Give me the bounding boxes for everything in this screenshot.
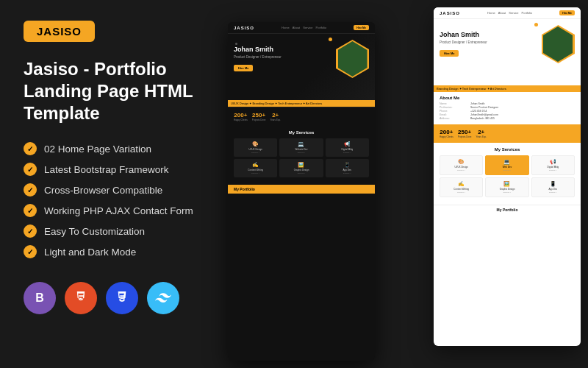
light-about-section: About Me Name: Johan Smith Profession: S… [434, 92, 581, 124]
dark-service-web: 💻 Website Dev Explore + [279, 138, 323, 157]
dark-service-marketing: 📢 Digital Mktg Explore + [326, 138, 369, 157]
dark-services-grid: 🎨 UI/UX Design Explore + 💻 Website Dev E… [234, 138, 369, 177]
light-stats-row: 200+ Happy Clients 250+ Projects Done 2+… [434, 124, 581, 143]
check-icon: ✓ [24, 245, 37, 258]
light-stat-clients: 200+ Happy Clients [440, 129, 453, 138]
light-service-web: 💻 Web Dev Explore + [485, 155, 528, 175]
light-hire-btn-nav[interactable]: Hire Me [559, 10, 575, 15]
dark-stat-clients: 200+ Happy Clients [234, 112, 248, 121]
left-panel: JASISO Jasiso - Portfolio Landing Page H… [0, 0, 228, 368]
light-service-app: 📱 App Dev Explore + [531, 177, 575, 197]
light-service-writing: ✍️ Content Writing Explore + [440, 177, 483, 197]
light-portfolio-bar: My Portfolio [434, 205, 581, 214]
dark-hire-btn[interactable]: Hire Me [354, 25, 369, 30]
dark-services: My Services 🎨 UI/UX Design Explore + 💻 W… [228, 126, 375, 182]
light-mode-screenshot: JASISO Home About Service Portfolio Hire… [434, 7, 581, 346]
check-icon: ✓ [24, 224, 37, 238]
light-hire-btn-hero[interactable]: Hire Me [440, 50, 459, 57]
dark-stats-row: 200+ Happy Clients 250+ Projects Done 2+… [228, 107, 375, 126]
tech-icons: B [24, 282, 204, 314]
dark-stat-projects: 250+ Projects Done [252, 112, 266, 121]
feature-item: ✓Light and Dark Mode [24, 245, 204, 258]
feature-item: ✓02 Home Page Variation [24, 142, 204, 155]
check-icon: ✓ [24, 142, 37, 155]
bootstrap-icon: B [24, 282, 56, 314]
dark-hero: Johan Smith Product Designer / Entrepren… [228, 34, 375, 100]
light-about-title: About Me [440, 96, 575, 100]
light-nav-links: Home About Service Portfolio [487, 11, 532, 15]
screenshots: JASISO Home About Service Portfolio Hire… [228, 7, 581, 361]
light-navbar: JASISO Home About Service Portfolio Hire… [434, 7, 581, 19]
brand-badge: JASISO [24, 21, 95, 42]
tailwind-icon [147, 282, 179, 314]
page-title: Jasiso - Portfolio Landing Page HTML Tem… [24, 58, 204, 124]
dark-portfolio-title: My Portfolio [234, 187, 255, 191]
light-service-marketing: 📢 Digital Mktg Explore + [531, 155, 575, 175]
light-info-name: Name: Johan Smith [440, 102, 575, 105]
dark-portfolio-bar: My Portfolio [228, 185, 375, 194]
dark-avatar-inner [338, 41, 368, 77]
check-icon: ✓ [24, 204, 37, 217]
feature-item: ✓Cross-Browser Compatible [24, 183, 204, 197]
light-service-uiux: 🎨 UI/UX Design Explore + [440, 155, 483, 175]
light-stat-years: 2+ Years Exp. [476, 129, 487, 138]
dark-nav-links: Home About Service Portfolio [282, 26, 326, 29]
dark-navbar: JASISO Home About Service Portfolio Hire… [228, 22, 375, 34]
dark-ticker: UI/UX Design ✦ Branding Design ✦ Tech En… [228, 100, 375, 107]
light-stat-projects: 250+ Projects Done [458, 129, 472, 138]
feature-list: ✓02 Home Page Variation✓Latest Bootstrap… [24, 142, 204, 258]
feature-item: ✓Easy To Customization [24, 224, 204, 238]
dark-service-graphic: 🖼️ Graphic Design Explore + [279, 159, 323, 177]
dark-service-app: 📱 App Dev Explore + [326, 159, 369, 177]
light-nav-brand: JASISO [440, 11, 460, 15]
dark-mode-screenshot: JASISO Home About Service Portfolio Hire… [228, 22, 375, 361]
check-icon: ✓ [24, 183, 37, 197]
light-info-email: Email: JohanSmith@gmail.com [440, 113, 575, 116]
light-info-address: Address: Bangladesh. MG 455 [440, 117, 575, 120]
feature-item: ✓Latest Bootstrap Framework [24, 163, 204, 176]
light-info-profession: Profession: Senior Product Designer [440, 106, 575, 109]
feature-item: ✓Working PHP AJAX Contact Form [24, 204, 204, 217]
dark-stat-years: 2+ Years Exp. [270, 112, 281, 121]
light-decor-dot [534, 23, 538, 26]
light-portfolio-title: My Portfolio [497, 208, 518, 212]
html5-icon [65, 282, 97, 314]
light-services-grid: 🎨 UI/UX Design Explore + 💻 Web Dev Explo… [440, 155, 575, 197]
light-hero: Johan Smith Product Designer / Entrepren… [434, 19, 581, 85]
light-info-phone: Phone: +123 456 0 54 [440, 110, 575, 113]
dark-services-title: My Services [234, 130, 369, 135]
decor-dot-1 [329, 38, 332, 41]
dark-service-writing: ✍️ Content Writing Explore + [234, 159, 277, 177]
light-service-graphic: 🖼️ Graphic Design Explore + [485, 177, 528, 197]
dark-service-uiux: 🎨 UI/UX Design Explore + [234, 138, 277, 157]
check-icon: ✓ [24, 163, 37, 176]
light-services: My Services 🎨 UI/UX Design Explore + 💻 W… [434, 143, 581, 202]
dark-hire-btn-hero[interactable]: Hire Me [234, 65, 253, 71]
right-panel: JASISO Home About Service Portfolio Hire… [228, 0, 588, 368]
light-services-title: My Services [440, 147, 575, 152]
light-ticker: Branding Design ✦ Tech Entrepreneur ✦ Ar… [434, 85, 581, 92]
light-avatar-inner [543, 26, 573, 62]
css3-icon [106, 282, 138, 314]
dark-nav-brand: JASISO [234, 26, 254, 30]
decor-dot-2 [235, 43, 237, 45]
